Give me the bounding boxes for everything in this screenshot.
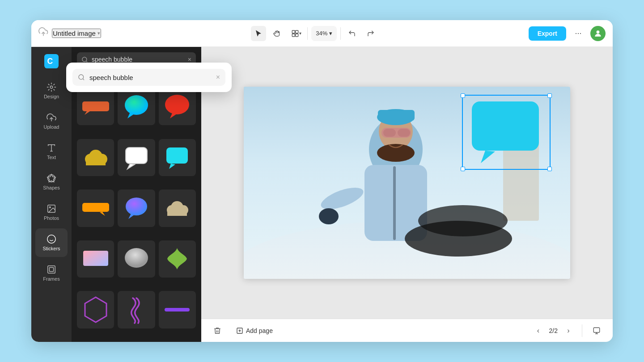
svg-rect-32: [86, 159, 106, 165]
doc-title-text: Untitled image: [53, 29, 96, 37]
app-window: Untitled image ▾ ▾: [31, 20, 613, 342]
app-logo: C: [42, 51, 61, 71]
svg-rect-2: [296, 30, 298, 33]
svg-rect-44: [167, 210, 187, 216]
undo-button[interactable]: [344, 26, 360, 41]
sidebar-item-photos[interactable]: Photos: [35, 198, 68, 227]
prev-page-button[interactable]: ‹: [532, 324, 545, 337]
toolbar-divider: [307, 27, 308, 40]
layout-button[interactable]: ▾: [288, 26, 304, 41]
sidebar-photos-label: Photos: [44, 215, 59, 221]
sticker-purple-line[interactable]: [159, 291, 196, 328]
svg-rect-19: [48, 266, 55, 274]
svg-point-16: [47, 235, 55, 243]
delete-button[interactable]: [210, 324, 225, 338]
sticker-green-bubble[interactable]: [118, 88, 155, 125]
next-page-button[interactable]: ›: [562, 324, 575, 337]
svg-rect-56: [378, 110, 415, 121]
sticker-orange-rect2[interactable]: [77, 189, 114, 227]
sticker-beige-cloud[interactable]: [159, 189, 196, 227]
search-icon-floating: [78, 74, 85, 81]
svg-point-75: [79, 75, 84, 80]
svg-point-5: [597, 30, 600, 34]
svg-marker-47: [85, 297, 106, 322]
sticker-purple-wavy[interactable]: [118, 291, 155, 328]
sidebar-design-label: Design: [44, 94, 59, 99]
page-current: 2: [549, 327, 553, 334]
page-indicator: 2/2: [549, 327, 558, 334]
search-input-top[interactable]: [92, 56, 184, 63]
document-title-button[interactable]: Untitled image ▾: [52, 29, 101, 38]
zoom-chevron-icon: ▾: [329, 30, 332, 37]
redo-button[interactable]: [363, 26, 378, 41]
svg-line-76: [83, 79, 84, 80]
sidebar-item-text[interactable]: Text: [35, 137, 68, 166]
sticker-gradient-bubble[interactable]: [118, 189, 155, 227]
svg-rect-45: [83, 251, 108, 266]
sticker-orange-rect[interactable]: [77, 88, 114, 125]
svg-rect-35: [166, 147, 188, 164]
svg-marker-34: [127, 164, 135, 169]
svg-line-22: [86, 61, 87, 62]
bottom-divider: [582, 324, 582, 337]
select-tool-button[interactable]: [251, 26, 266, 41]
svg-point-21: [82, 57, 87, 61]
sidebar-item-design[interactable]: Design: [35, 76, 68, 105]
sticker-gray-bubble[interactable]: [118, 240, 155, 278]
sticker-red-bubble[interactable]: [159, 88, 196, 125]
search-clear-floating[interactable]: ×: [216, 73, 220, 81]
search-input-floating[interactable]: [89, 74, 212, 81]
svg-marker-36: [169, 164, 175, 169]
svg-text:C: C: [47, 57, 53, 66]
sticker-purple-hex[interactable]: [77, 291, 114, 328]
svg-rect-67: [472, 101, 539, 151]
floating-search-box: ×: [72, 69, 225, 86]
svg-rect-62: [393, 166, 396, 240]
more-options-button[interactable]: ···: [571, 26, 586, 41]
user-avatar[interactable]: [590, 26, 606, 41]
stickers-grid: [72, 84, 201, 342]
svg-rect-3: [292, 34, 295, 36]
sidebar: C Design Upload: [31, 47, 72, 342]
sticker-cyan-bubble[interactable]: [159, 139, 196, 176]
svg-marker-40: [128, 214, 135, 219]
speech-bubble-sticker-placed[interactable]: [463, 95, 548, 166]
search-clear-top[interactable]: ×: [188, 56, 191, 63]
speech-bubble-svg: [467, 97, 543, 164]
add-page-button[interactable]: Add page: [232, 324, 277, 337]
sidebar-item-frames[interactable]: Frames: [35, 259, 68, 287]
svg-point-66: [319, 208, 339, 224]
svg-point-27: [165, 95, 189, 114]
present-button[interactable]: [589, 324, 604, 338]
canvas-area: Add page ‹ 2/2 ›: [201, 47, 613, 342]
top-bar-center: ▾ 34% ▾: [106, 26, 523, 41]
sticker-green-star[interactable]: [159, 240, 196, 278]
svg-rect-37: [82, 203, 109, 212]
svg-point-8: [50, 86, 53, 88]
sticker-pink-rect[interactable]: [77, 240, 114, 278]
svg-marker-68: [481, 151, 495, 163]
sidebar-item-stickers[interactable]: Stickers: [35, 228, 68, 257]
export-button[interactable]: Export: [529, 26, 566, 41]
layout-chevron-icon: ▾: [299, 31, 301, 36]
top-bar-right: Export ···: [529, 26, 606, 41]
svg-point-60: [377, 144, 415, 162]
svg-rect-72: [593, 328, 600, 333]
chevron-down-icon: ▾: [97, 30, 100, 36]
zoom-control[interactable]: 34% ▾: [311, 26, 337, 41]
top-bar-left: Untitled image ▾: [38, 27, 101, 39]
svg-rect-23: [82, 101, 109, 111]
sidebar-item-shapes[interactable]: Shapes: [35, 168, 68, 196]
sidebar-upload-label: Upload: [44, 124, 59, 130]
sticker-white-bubble[interactable]: [118, 139, 155, 176]
svg-point-65: [418, 205, 508, 236]
svg-rect-59: [398, 129, 410, 137]
svg-rect-33: [126, 147, 147, 164]
canvas-image[interactable]: [244, 87, 570, 279]
cloud-save-icon: [38, 27, 48, 39]
sidebar-stickers-label: Stickers: [42, 246, 60, 251]
sidebar-item-upload[interactable]: Upload: [35, 107, 68, 135]
search-icon-top: [81, 56, 88, 63]
hand-tool-button[interactable]: [270, 26, 285, 41]
sticker-yellow-cloud[interactable]: [77, 139, 114, 176]
